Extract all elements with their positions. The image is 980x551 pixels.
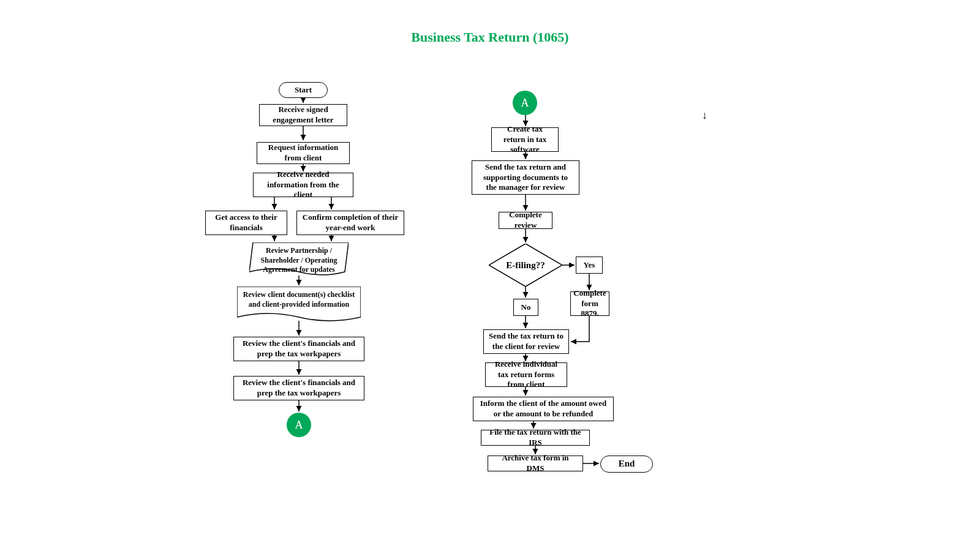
end-terminal: End xyxy=(600,455,653,473)
process-create-tax-return: Create tax return in tax software xyxy=(491,127,559,152)
connector-a-out: A xyxy=(287,413,311,437)
process-inform-client: Inform the client of the amount owed or … xyxy=(473,397,614,421)
decision-answer-no: No xyxy=(513,299,538,316)
process-request-info: Request information from client xyxy=(257,142,350,164)
process-receive-forms: Receive individual tax return forms from… xyxy=(485,362,567,387)
decision-e-filing: E-filing?? xyxy=(489,244,562,287)
process-confirm-yearend: Confirm completion of their year-end wor… xyxy=(296,211,404,235)
process-send-to-client: Send the tax return to the client for re… xyxy=(483,329,569,354)
document-review-agreement: Review Partnership / Shareholder / Opera… xyxy=(249,242,349,277)
start-terminal: Start xyxy=(279,82,328,98)
document-review-checklist: Review client document(s) checklist and … xyxy=(237,287,361,323)
decision-answer-yes: Yes xyxy=(576,257,603,274)
connector-a-in: A xyxy=(513,91,537,115)
process-complete-8879: Complete form 8879. xyxy=(570,291,609,316)
process-review-financials-1: Review the client's financials and prep … xyxy=(233,337,364,361)
process-get-financials: Get access to their financials xyxy=(205,211,287,235)
process-archive-dms: Archive tax form in DMS xyxy=(488,455,583,471)
process-receive-info: Receive needed information from the clie… xyxy=(253,173,353,197)
process-review-financials-2: Review the client's financials and prep … xyxy=(233,376,364,400)
process-complete-review: Complete review xyxy=(499,212,552,229)
diagram-title: Business Tax Return (1065) xyxy=(0,29,980,45)
down-arrow-icon: ↓ xyxy=(702,109,707,122)
process-receive-engagement-letter: Receive signed engagement letter xyxy=(259,104,347,126)
process-send-to-manager: Send the tax return and supporting docum… xyxy=(472,160,579,195)
process-file-irs: File the tax return with the IRS xyxy=(481,430,590,446)
